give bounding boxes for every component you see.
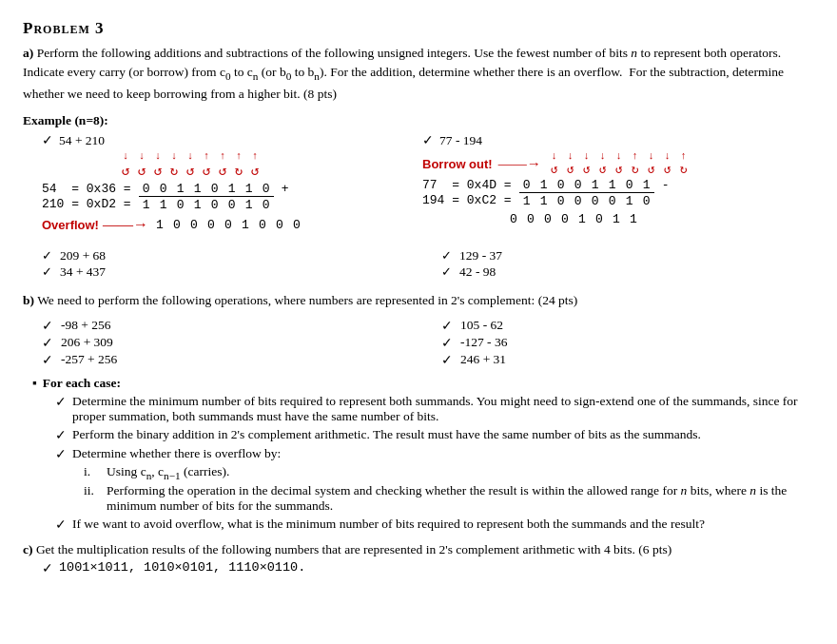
left-check-mark: ✓ (42, 132, 53, 148)
part-b-right-list: ✓ 105 - 62 ✓ -127 - 36 ✓ 246 + 31 (441, 318, 814, 368)
part-c-text: c) Get the multiplication results of the… (23, 542, 814, 557)
carry-curves: ↺ ↺ ↺ ↻ ↺ ↺ ↺ ↻ ↺ (118, 163, 422, 179)
b-left-3: ✓ -257 + 256 (42, 352, 422, 368)
example-label: Example (n=8): (23, 113, 814, 128)
part-a-label: a) (23, 46, 33, 60)
left-example: ✓ 54 + 210 ↓ ↓ ↓ ↓ ↓ ↑ ↑ ↑ ↑ ↺ (23, 132, 422, 233)
part-b-right-checks: ✓ 105 - 62 ✓ -127 - 36 ✓ 246 + 31 (422, 312, 814, 372)
part-c-expr: 1001×1011, 1010×0101, 1110×0110. (59, 560, 305, 576)
example-check-pairs: ✓ 209 + 68 ✓ 34 + 437 ✓ 129 - 37 (23, 243, 814, 283)
right-check-1-text: 129 - 37 (459, 248, 502, 263)
part-b: b) We need to perform the following oper… (23, 293, 814, 533)
part-c: c) Get the multiplication results of the… (23, 542, 814, 576)
example-columns: ✓ 54 + 210 ↓ ↓ ↓ ↓ ↓ ↑ ↑ ↑ ↑ ↺ (23, 132, 814, 233)
b-right-3: ✓ 246 + 31 (441, 352, 814, 368)
b-sub-4: ✓ If we want to avoid overflow, what is … (55, 517, 814, 533)
part-b-left-checks: ✓ -98 + 256 ✓ 206 + 309 ✓ -257 + 256 (23, 312, 422, 372)
problem-title: Problem 3 (23, 19, 814, 38)
borrow-row: Borrow out! ——→ ↓ ↓ ↓ ↓ ↓ ↑ ↓ ↓ (422, 150, 814, 177)
right-equations: 77 = 0x4D = 0 1 0 0 1 1 0 1 - (422, 178, 814, 208)
left-equations: 54 = 0x36 = 0 0 1 1 0 1 1 0 + (42, 182, 422, 212)
part-b-checks: ✓ -98 + 256 ✓ 206 + 309 ✓ -257 + 256 (23, 312, 814, 372)
right-check-expr: ✓ 77 - 194 (422, 132, 814, 148)
b-sub-2: ✓ Perform the binary addition in 2's com… (55, 427, 814, 443)
part-b-left-list: ✓ -98 + 256 ✓ 206 + 309 ✓ -257 + 256 (42, 318, 422, 368)
b-left-2: ✓ 206 + 309 (42, 335, 422, 351)
example-section: Example (n=8): ✓ 54 + 210 ↓ ↓ ↓ ↓ ↓ ↑ ↑ … (23, 113, 814, 283)
eq2-row: 210 = 0xD2 = 1 1 0 1 0 0 1 0 (42, 196, 422, 212)
sub-items-list: ✓ Determine the minimum number of bits r… (55, 394, 814, 533)
roman-list: i. Using cn, cn−1 (carries). ii. Perform… (84, 464, 814, 514)
overflow-result: 1 0 0 0 0 1 0 0 0 (152, 218, 304, 232)
right-check-list: ✓ 129 - 37 ✓ 42 - 98 (441, 248, 814, 280)
left-check-1: ✓ 209 + 68 (42, 248, 422, 263)
problem-title-text: Problem 3 (23, 19, 104, 37)
left-check-2-text: 34 + 437 (60, 264, 106, 280)
eq1-row: 54 = 0x36 = 0 0 1 1 0 1 1 0 + (42, 182, 422, 196)
right-curves: ↺ ↺ ↺ ↺ ↺ ↻ ↺ ↺ ↻ (547, 162, 691, 177)
overflow-row: Overflow! ——→ 1 0 0 0 0 1 0 0 0 (42, 216, 422, 233)
right-eq2: 194 = 0xC2 = 1 1 0 0 0 0 1 0 (422, 192, 814, 208)
right-checks: ✓ 129 - 37 ✓ 42 - 98 (422, 243, 814, 283)
left-check-expr: ✓ 54 + 210 (42, 132, 422, 148)
right-check-2-text: 42 - 98 (459, 264, 496, 280)
b-right-1: ✓ 105 - 62 (441, 318, 814, 334)
right-expr: 77 - 194 (439, 133, 482, 148)
for-each-case: ▪ For each case: ✓ Determine the minimum… (32, 376, 814, 533)
left-expr: 54 + 210 (59, 133, 105, 148)
b-sub-1: ✓ Determine the minimum number of bits r… (55, 394, 814, 424)
left-check-list: ✓ 209 + 68 ✓ 34 + 437 (42, 248, 422, 280)
right-result: 0 0 0 0 1 0 1 1 (506, 212, 641, 226)
left-check-1-text: 209 + 68 (60, 248, 106, 263)
part-b-text: b) We need to perform the following oper… (23, 293, 814, 308)
b-right-2: ✓ -127 - 36 (441, 335, 814, 351)
right-check-1: ✓ 129 - 37 (441, 248, 814, 263)
right-example: ✓ 77 - 194 Borrow out! ——→ ↓ ↓ ↓ ↓ ↓ (422, 132, 814, 233)
carry-arrows-top: ↓ ↓ ↓ ↓ ↓ ↑ ↑ ↑ ↑ (118, 150, 422, 162)
overflow-arrow: ——→ (103, 216, 148, 233)
right-check-2: ✓ 42 - 98 (441, 264, 814, 280)
page-container: Problem 3 a) Perform the following addit… (23, 19, 814, 576)
left-check-2: ✓ 34 + 437 (42, 264, 422, 280)
borrow-arrow: ——→ (498, 156, 541, 172)
bullet-for-each: ▪ For each case: (32, 376, 814, 391)
right-eq1: 77 = 0x4D = 0 1 0 0 1 1 0 1 - (422, 178, 814, 192)
left-checks: ✓ 209 + 68 ✓ 34 + 437 (23, 243, 422, 283)
overflow-label: Overflow! (42, 218, 99, 232)
b-sub-3: ✓ Determine whether there is overflow by… (55, 446, 814, 462)
right-carry-block: ↓ ↓ ↓ ↓ ↓ ↑ ↓ ↓ ↑ ↺ ↺ (547, 150, 691, 177)
b-left-1: ✓ -98 + 256 (42, 318, 422, 334)
roman-ii: ii. Performing the operation in the deci… (84, 483, 814, 514)
part-a-text: a) Perform the following additions and s… (23, 44, 814, 104)
part-c-check: ✓ 1001×1011, 1010×0101, 1110×0110. (42, 560, 814, 576)
right-arrows-top: ↓ ↓ ↓ ↓ ↓ ↑ ↓ ↓ ↑ (547, 150, 691, 162)
right-check-mark: ✓ (422, 132, 434, 148)
borrow-text: Borrow out! (422, 157, 493, 171)
roman-i: i. Using cn, cn−1 (carries). (84, 464, 814, 481)
